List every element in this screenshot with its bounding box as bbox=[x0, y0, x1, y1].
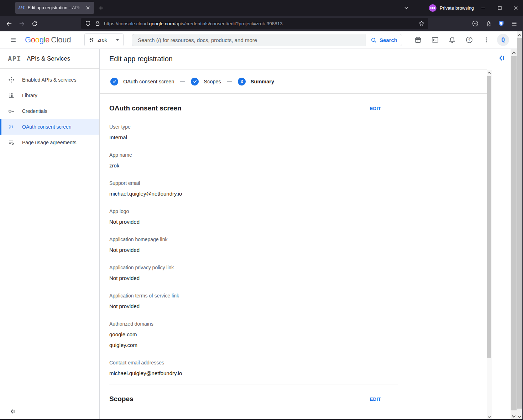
sidebar-item-page-usage-agreements[interactable]: Page usage agreements bbox=[0, 135, 99, 150]
scrollbar-thumb[interactable] bbox=[487, 76, 491, 358]
tab-close-icon[interactable] bbox=[85, 5, 91, 11]
field-value: Not provided bbox=[109, 303, 487, 309]
back-icon[interactable] bbox=[3, 18, 15, 29]
content-scrollbar[interactable] bbox=[487, 70, 492, 420]
browser-scrollbar[interactable] bbox=[517, 31, 522, 420]
sidebar-item-credentials[interactable]: Credentials bbox=[0, 103, 99, 119]
scroll-up-icon[interactable] bbox=[511, 49, 517, 56]
field-terms-of-service-link: Application terms of service link Not pr… bbox=[109, 293, 487, 309]
api-favicon-icon: API bbox=[19, 6, 25, 10]
project-selector[interactable]: zrok bbox=[84, 33, 124, 46]
cloud-shell-icon[interactable] bbox=[430, 35, 440, 45]
page-scrollbar[interactable] bbox=[511, 49, 517, 420]
gift-icon[interactable] bbox=[413, 35, 423, 45]
field-value: quigley.com bbox=[109, 342, 487, 348]
field-app-name: App name zrok bbox=[109, 152, 487, 168]
user-avatar[interactable]: Q bbox=[497, 34, 509, 46]
library-icon bbox=[8, 92, 15, 99]
search-button[interactable]: Search bbox=[366, 34, 402, 46]
forward-icon[interactable] bbox=[16, 18, 27, 29]
sidebar-item-label: OAuth consent screen bbox=[22, 124, 72, 130]
step-number-icon: 3 bbox=[238, 78, 246, 85]
console-header: GoogleCloud zrok Search ? bbox=[0, 31, 517, 48]
page-header: Edit app registration bbox=[100, 49, 487, 69]
sidebar-title: APIs & Services bbox=[27, 55, 70, 62]
step-scopes[interactable]: Scopes bbox=[191, 78, 221, 85]
oauth-consent-icon bbox=[8, 123, 15, 130]
step-connector bbox=[180, 81, 185, 82]
sidebar-item-label: Enabled APIs & services bbox=[22, 77, 77, 83]
pocket-icon[interactable] bbox=[470, 18, 481, 29]
field-label: Application terms of service link bbox=[109, 293, 487, 299]
private-mask-icon bbox=[429, 4, 437, 12]
section-divider bbox=[109, 384, 398, 384]
field-label: Contact email addresses bbox=[109, 360, 487, 365]
app-menu-icon[interactable] bbox=[508, 18, 520, 29]
window-minimize-button[interactable] bbox=[478, 2, 488, 13]
scrollbar-thumb[interactable] bbox=[517, 38, 522, 409]
window-close-button[interactable] bbox=[510, 2, 521, 13]
url-bar[interactable]: https://console.cloud.google.com/apis/cr… bbox=[81, 18, 428, 29]
sidebar-item-library[interactable]: Library bbox=[0, 88, 99, 103]
sidebar-item-label: Credentials bbox=[22, 108, 47, 114]
google-cloud-logo: GoogleCloud bbox=[25, 35, 71, 45]
screen: API Edit app registration – APIs & Se Pr… bbox=[0, 0, 523, 420]
step-label: Summary bbox=[251, 79, 274, 84]
sidebar-item-enabled-apis[interactable]: Enabled APIs & services bbox=[0, 72, 99, 88]
collapse-sidebar-button[interactable] bbox=[9, 408, 16, 415]
notifications-bell-icon[interactable] bbox=[447, 35, 457, 45]
search-field[interactable] bbox=[132, 34, 366, 46]
step-connector bbox=[227, 81, 232, 82]
lock-icon[interactable] bbox=[94, 20, 101, 27]
browser-tab[interactable]: API Edit app registration – APIs & Se bbox=[15, 2, 94, 14]
step-check-icon bbox=[191, 78, 199, 85]
list-tabs-chevron-icon[interactable] bbox=[402, 4, 410, 12]
url-text: https://console.cloud.google.com/apis/cr… bbox=[104, 21, 283, 26]
svg-text:?: ? bbox=[468, 38, 471, 42]
field-privacy-policy-link: Application privacy policy link Not prov… bbox=[109, 265, 487, 281]
edit-scopes-button[interactable]: EDIT bbox=[370, 396, 381, 402]
oauth-consent-section: OAuth consent screen EDIT User type Inte… bbox=[100, 104, 487, 403]
help-icon[interactable]: ? bbox=[464, 35, 475, 45]
reload-icon[interactable] bbox=[29, 18, 40, 29]
bookmark-star-icon[interactable] bbox=[418, 20, 425, 27]
more-vert-icon[interactable] bbox=[481, 35, 492, 45]
scroll-up-icon[interactable] bbox=[517, 31, 522, 38]
new-tab-button[interactable] bbox=[97, 4, 105, 12]
sidebar-menu: Enabled APIs & services Library Credenti… bbox=[0, 72, 99, 150]
scroll-down-icon[interactable] bbox=[511, 413, 517, 420]
search-input[interactable] bbox=[137, 37, 361, 43]
window-maximize-button[interactable] bbox=[494, 2, 505, 13]
sidebar: API APIs & Services Enabled APIs & servi… bbox=[0, 49, 100, 420]
info-panel-gutter bbox=[492, 49, 511, 420]
field-value: Not provided bbox=[109, 247, 487, 253]
tracking-shield-icon[interactable] bbox=[85, 20, 91, 27]
console-hamburger-icon[interactable] bbox=[8, 35, 19, 45]
collapse-info-panel-button[interactable] bbox=[498, 54, 506, 62]
project-name: zrok bbox=[98, 37, 113, 43]
section-heading: OAuth consent screen bbox=[109, 104, 182, 112]
tab-title: Edit app registration – APIs & Se bbox=[28, 5, 82, 10]
browser-tab-bar: API Edit app registration – APIs & Se Pr… bbox=[0, 0, 523, 16]
field-label: Application homepage link bbox=[109, 237, 487, 242]
search-magnifier-icon bbox=[371, 37, 377, 43]
enabled-apis-icon bbox=[8, 76, 15, 83]
scrollbar-thumb[interactable] bbox=[511, 56, 517, 410]
extensions-puzzle-icon[interactable] bbox=[483, 18, 494, 29]
sidebar-item-oauth-consent-screen[interactable]: OAuth consent screen bbox=[0, 119, 99, 135]
edit-oauth-consent-button[interactable]: EDIT bbox=[370, 106, 381, 111]
private-browsing-label: Private browsing bbox=[440, 5, 474, 11]
scroll-up-icon[interactable] bbox=[487, 70, 492, 76]
step-label: Scopes bbox=[204, 79, 221, 84]
private-browsing-badge: Private browsing bbox=[429, 4, 474, 12]
step-oauth-consent-screen[interactable]: OAuth consent screen bbox=[110, 78, 174, 85]
field-support-email: Support email michael.quigley@netfoundry… bbox=[109, 180, 487, 197]
scopes-section-header: Scopes EDIT bbox=[109, 395, 381, 403]
field-label: User type bbox=[109, 124, 487, 130]
field-value: zrok bbox=[109, 162, 487, 168]
step-summary[interactable]: 3 Summary bbox=[238, 78, 274, 85]
field-value: michael.quigley@netfoundry.io bbox=[109, 370, 487, 376]
api-product-logo: API bbox=[8, 55, 21, 63]
section-heading: Scopes bbox=[109, 395, 134, 403]
password-shield-icon[interactable] bbox=[496, 18, 507, 29]
